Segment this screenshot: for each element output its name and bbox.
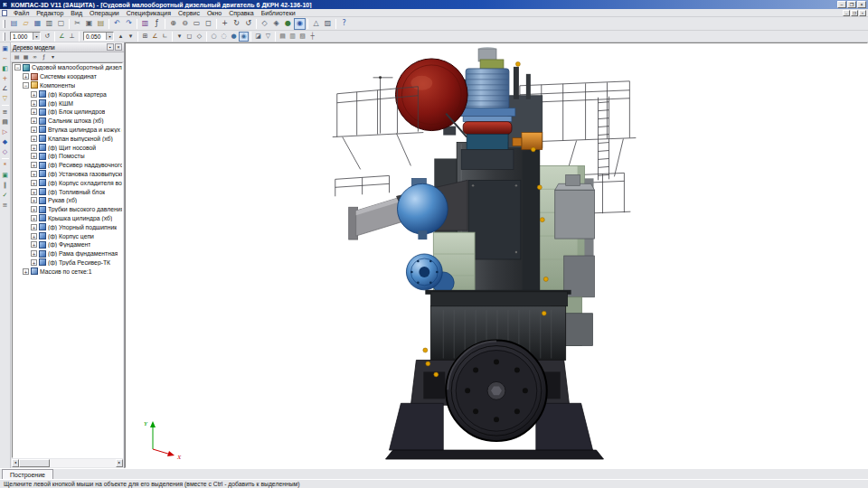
sketch-mode-button[interactable]: ∠ xyxy=(57,32,67,42)
tree-expand-icon[interactable]: + xyxy=(31,259,37,266)
zoom-frame-button[interactable]: ▭ xyxy=(191,18,203,30)
toolbar-grip[interactable] xyxy=(3,20,5,28)
tab-construction[interactable]: Построение xyxy=(2,469,53,479)
scroll-right-arrow[interactable]: ▸ xyxy=(116,459,123,467)
tree-item[interactable]: +(ф) Коробка картера xyxy=(13,89,122,99)
isometric-view-button[interactable]: ◇ xyxy=(194,32,204,42)
tree-expand-icon[interactable]: + xyxy=(31,250,37,257)
tree-expand-icon[interactable]: + xyxy=(31,197,37,203)
hide-cs-button[interactable]: ┼ xyxy=(307,32,317,42)
display-shaded-button[interactable]: ● xyxy=(229,32,239,42)
tree-composition-button[interactable]: ▦ xyxy=(22,53,30,61)
tree-expand-icon[interactable]: + xyxy=(31,206,37,212)
hide-curves-button[interactable]: ▧ xyxy=(297,32,307,42)
tree-expand-icon[interactable]: + xyxy=(31,108,37,115)
scroll-thumb[interactable] xyxy=(19,459,50,467)
edit-part-button[interactable]: ▣ xyxy=(1,44,10,53)
tree-expand-icon[interactable]: + xyxy=(31,189,37,195)
tree-item[interactable]: +Втулка цилиндра и кожух (хб) xyxy=(13,126,122,135)
pin-panel-button[interactable]: ▪ xyxy=(107,43,114,51)
reports-button[interactable]: ▤ xyxy=(1,117,10,127)
dropdown-arrow-icon[interactable]: ▾ xyxy=(33,33,40,40)
tree-extra-button[interactable]: ▾ xyxy=(49,53,57,61)
tree-item[interactable]: +(ф) Ресивер наддувочного воз xyxy=(13,161,122,170)
pan-button[interactable]: + xyxy=(219,18,231,30)
child-restore-button[interactable]: ❐ xyxy=(851,10,858,16)
hidden-lines-mode-button[interactable]: ◈ xyxy=(270,18,282,30)
macros-button[interactable]: ◇ xyxy=(1,147,10,156)
orientation-button[interactable]: ▾ xyxy=(175,32,184,42)
tree-expand-icon[interactable]: + xyxy=(31,180,37,186)
dropdown-arrow-icon[interactable]: ▾ xyxy=(106,33,113,40)
wireframe-mode-button[interactable]: ◇ xyxy=(259,18,270,30)
ortho-mode-button[interactable]: ∟ xyxy=(160,32,170,42)
tree-expand-icon[interactable]: + xyxy=(31,136,37,142)
step-combo[interactable]: 0.050▾ xyxy=(83,32,114,41)
maximize-button[interactable]: ❐ xyxy=(847,1,856,8)
redo-button[interactable]: ↷ xyxy=(123,18,135,30)
tree-item[interactable]: +(ф) КШМ xyxy=(13,99,122,108)
tree-item[interactable]: +(ф) Корпус цепи xyxy=(13,231,122,240)
tree-item[interactable]: +(ф) Корпус охладителя воздух xyxy=(13,178,122,187)
menu-item[interactable]: Окно xyxy=(203,10,225,16)
display-hidden-thin-button[interactable]: ◌ xyxy=(219,32,229,42)
scroll-left-arrow[interactable]: ◂ xyxy=(12,459,19,467)
menu-item[interactable]: Библиотеки xyxy=(258,10,299,16)
tree-horizontal-scrollbar[interactable]: ◂ ▸ xyxy=(12,459,123,467)
tree-item[interactable]: +Массив по сетке:1 xyxy=(13,267,122,276)
toolbar-grip[interactable] xyxy=(3,33,5,41)
sheet-metal-button[interactable]: ◆ xyxy=(1,137,10,146)
step-up-button[interactable]: ▴ xyxy=(116,32,126,42)
hide-surfaces-button[interactable]: ▥ xyxy=(288,32,297,42)
constraints-button[interactable]: ∥ xyxy=(1,181,10,190)
shaded-mode-button[interactable]: ● xyxy=(282,18,294,30)
tree-item[interactable]: +(ф) Установка газовыпускного xyxy=(13,170,122,179)
tree-expand-icon[interactable]: + xyxy=(31,127,37,133)
tree-item[interactable]: +Системы координат xyxy=(13,72,122,81)
tree-expand-icon[interactable]: + xyxy=(31,215,37,221)
cut-button[interactable]: ✂ xyxy=(71,18,83,30)
tree-expand-icon[interactable]: + xyxy=(31,117,37,124)
measurements-button[interactable]: ∠ xyxy=(1,84,10,93)
tree-expand-icon[interactable]: + xyxy=(31,224,37,230)
perspective-mode-button[interactable]: △ xyxy=(310,18,322,30)
refresh-image-button[interactable]: ↺ xyxy=(242,18,254,30)
tree-item[interactable]: −Судовой малооборотный дизельный дви xyxy=(13,63,122,72)
tree-expand-icon[interactable]: + xyxy=(31,153,37,159)
menu-item[interactable]: Редактор xyxy=(33,10,67,16)
zoom-scale-combo[interactable]: 1.000▾ xyxy=(10,32,41,41)
tree-item[interactable]: +(ф) Труба Ресивер-ТК xyxy=(13,258,122,267)
copy-button[interactable]: ▣ xyxy=(83,18,95,30)
diagnostics-button[interactable]: ✓ xyxy=(1,191,10,200)
display-wireframe-button[interactable]: ○ xyxy=(209,32,219,42)
tree-expand-icon[interactable]: + xyxy=(31,171,37,177)
zoom-out-button[interactable]: ⊖ xyxy=(179,18,191,30)
zoom-in-button[interactable]: ⊕ xyxy=(167,18,179,30)
snap-angle-button[interactable]: ∠ xyxy=(150,32,160,42)
tree-item[interactable]: +Клапан выпускной (хб) xyxy=(13,134,122,143)
tree-expand-icon[interactable]: + xyxy=(23,73,29,80)
update-image-button[interactable]: ↺ xyxy=(42,32,52,42)
exhaust-silencer[interactable] xyxy=(395,59,467,137)
section-view-button[interactable]: ◪ xyxy=(253,32,263,42)
new-document-button[interactable]: ▤ xyxy=(8,18,20,30)
tree-item[interactable]: +Рукав (хб) xyxy=(13,196,122,205)
tree-item[interactable]: +(ф) Блок цилиндров xyxy=(13,108,122,117)
document-icon[interactable] xyxy=(2,10,7,16)
tree-expand-icon[interactable]: + xyxy=(31,162,37,168)
tree-expand-icon[interactable]: − xyxy=(23,82,29,89)
tree-item[interactable]: +(ф) Фундамент xyxy=(13,240,122,249)
library-manager-button[interactable]: ▥ xyxy=(139,18,151,30)
tree-structure-view-button[interactable]: ▤ xyxy=(13,53,21,61)
tree-expand-icon[interactable]: + xyxy=(31,100,37,107)
properties-strip-button[interactable]: ≡ xyxy=(1,201,10,210)
tree-expand-icon[interactable]: − xyxy=(14,64,21,70)
open-document-button[interactable]: ▱ xyxy=(20,18,32,30)
tree-item[interactable]: +(ф) Рама фундаментная xyxy=(13,249,122,258)
tree-item[interactable]: +(ф) Помосты xyxy=(13,152,122,161)
hide-construction-button[interactable]: ▤ xyxy=(278,32,288,42)
variables-button[interactable]: ƒ xyxy=(151,18,163,30)
auxiliary-geometry-button[interactable]: + xyxy=(1,74,10,83)
print-button[interactable]: ▥ xyxy=(43,18,55,30)
menu-item[interactable]: Спецификация xyxy=(123,10,175,16)
